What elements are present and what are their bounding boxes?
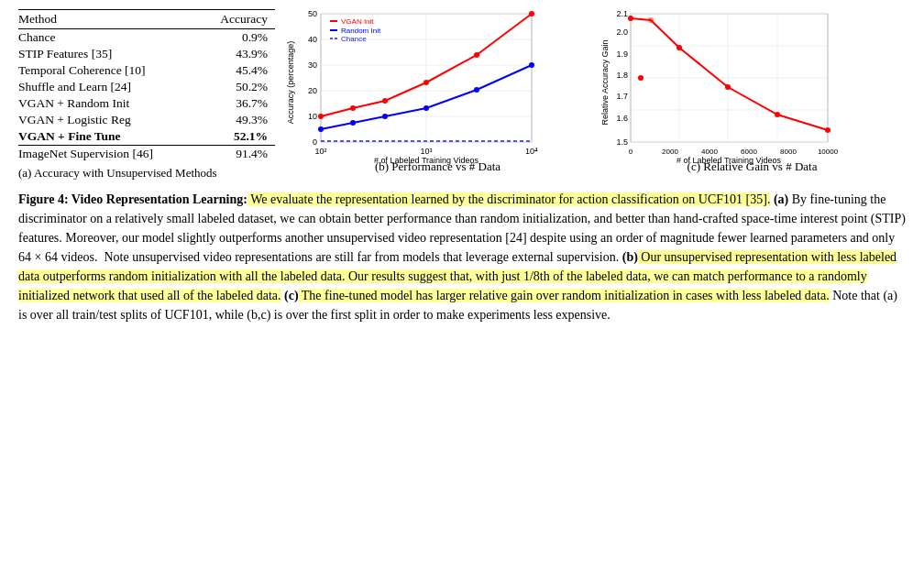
table-row: Temporal Coherence [10] 45.4% — [18, 62, 275, 79]
chart-b-container: 0 10 20 30 40 50 Accuracy (percentage) 1… — [284, 9, 591, 181]
table-row-last: ImageNet Supervision [46] 91.4% — [18, 146, 275, 163]
svg-point-30 — [382, 114, 388, 119]
svg-text:Relative Accuracy Gain: Relative Accuracy Gain — [600, 39, 610, 125]
method-cell: VGAN + Fine Tune — [18, 128, 204, 146]
chart-c-container: 1.5 1.6 1.7 1.8 1.9 2.0 2.1 Relative Acc… — [599, 9, 906, 181]
accuracy-table: Method Accuracy Chance 0.9% STIP Feature… — [18, 9, 275, 162]
svg-text:50: 50 — [308, 9, 317, 18]
svg-point-25 — [424, 80, 429, 85]
figure-label: Figure 4: — [18, 192, 72, 206]
svg-text:10²: 10² — [314, 147, 326, 156]
svg-text:0: 0 — [313, 137, 317, 147]
svg-point-33 — [529, 62, 534, 68]
table-row-bold: VGAN + Fine Tune 52.1% — [18, 128, 275, 146]
svg-point-70 — [725, 84, 731, 90]
method-cell: VGAN + Random Init — [18, 95, 204, 112]
svg-text:10: 10 — [308, 112, 317, 121]
accuracy-cell: 50.2% — [204, 79, 275, 95]
table-row: VGAN + Random Init 36.7% — [18, 95, 275, 112]
svg-text:1.5: 1.5 — [616, 137, 628, 147]
table-row: VGAN + Logistic Reg 49.3% — [18, 112, 275, 128]
highlighted-c: The fine-tuned model has larger relative… — [299, 289, 830, 302]
accuracy-cell: 0.9% — [204, 29, 275, 47]
method-cell: VGAN + Logistic Reg — [18, 112, 204, 128]
method-cell: Temporal Coherence [10] — [18, 62, 204, 79]
charts-section: 0 10 20 30 40 50 Accuracy (percentage) 1… — [284, 9, 906, 181]
svg-text:8000: 8000 — [780, 148, 797, 156]
svg-text:6000: 6000 — [741, 148, 757, 156]
svg-text:1.9: 1.9 — [616, 49, 628, 59]
svg-text:40: 40 — [308, 35, 317, 44]
svg-point-29 — [350, 120, 356, 126]
method-header: Method — [18, 10, 204, 29]
svg-text:# of Labeled Training Videos: # of Labeled Training Videos — [374, 156, 478, 165]
part-c-label: (c) — [284, 289, 299, 302]
svg-point-23 — [350, 105, 356, 111]
chart-c-box: 1.5 1.6 1.7 1.8 1.9 2.0 2.1 Relative Acc… — [599, 9, 906, 156]
method-cell: ImageNet Supervision [46] — [18, 146, 204, 163]
svg-point-31 — [424, 105, 429, 111]
svg-point-69 — [676, 45, 682, 50]
svg-point-24 — [382, 98, 388, 104]
highlighted-intro: We evaluate the representation learned b… — [248, 192, 771, 206]
svg-point-72 — [825, 127, 830, 133]
svg-text:1.8: 1.8 — [616, 71, 628, 80]
svg-text:1.7: 1.7 — [616, 92, 628, 101]
accuracy-cell: 36.7% — [204, 95, 275, 112]
svg-point-68 — [638, 75, 644, 81]
accuracy-cell: 49.3% — [204, 112, 275, 128]
svg-text:Random Init: Random Init — [341, 27, 381, 35]
svg-text:0: 0 — [629, 148, 633, 156]
svg-text:2000: 2000 — [662, 148, 678, 156]
svg-text:10⁴: 10⁴ — [525, 147, 538, 156]
svg-text:# of Labeled Training Videos: # of Labeled Training Videos — [676, 156, 781, 165]
accuracy-cell: 45.4% — [204, 62, 275, 79]
svg-rect-36 — [330, 29, 337, 31]
svg-text:10000: 10000 — [818, 148, 839, 156]
svg-text:Chance: Chance — [341, 35, 367, 43]
svg-text:30: 30 — [308, 60, 317, 70]
accuracy-cell: 52.1% — [204, 128, 275, 146]
svg-point-27 — [529, 11, 534, 16]
svg-text:1.6: 1.6 — [616, 114, 628, 123]
svg-point-32 — [474, 87, 479, 93]
svg-point-71 — [775, 112, 780, 117]
svg-rect-34 — [330, 20, 337, 22]
accuracy-table-section: Method Accuracy Chance 0.9% STIP Feature… — [18, 9, 275, 181]
svg-text:2.1: 2.1 — [616, 9, 628, 18]
method-cell: STIP Features [35] — [18, 46, 204, 62]
svg-text:10³: 10³ — [420, 147, 432, 156]
accuracy-cell: 43.9% — [204, 46, 275, 62]
figure-title: Video Representation Learning: — [72, 192, 248, 206]
table-caption: (a) Accuracy with Unsupervised Methods — [18, 166, 275, 181]
part-a-label: (a) — [774, 192, 788, 206]
chart-b-svg: 0 10 20 30 40 50 Accuracy (percentage) 1… — [284, 9, 541, 160]
svg-text:VGAN Init: VGAN Init — [341, 17, 374, 26]
svg-point-66 — [628, 16, 633, 21]
method-cell: Chance — [18, 29, 204, 47]
svg-point-28 — [318, 126, 324, 132]
svg-text:2.0: 2.0 — [616, 27, 628, 37]
chart-c-svg: 1.5 1.6 1.7 1.8 1.9 2.0 2.1 Relative Acc… — [599, 9, 837, 160]
chart-b-box: 0 10 20 30 40 50 Accuracy (percentage) 1… — [284, 9, 591, 156]
part-b-label: (b) — [622, 250, 638, 264]
svg-text:Accuracy (percentage): Accuracy (percentage) — [286, 41, 295, 125]
svg-text:20: 20 — [308, 86, 317, 95]
accuracy-cell: 91.4% — [204, 146, 275, 163]
svg-point-67 — [648, 17, 654, 23]
method-cell: Shuffle and Learn [24] — [18, 79, 204, 95]
table-row: STIP Features [35] 43.9% — [18, 46, 275, 62]
svg-text:4000: 4000 — [701, 148, 718, 156]
svg-point-26 — [474, 52, 479, 58]
svg-point-22 — [318, 114, 324, 119]
table-row: Shuffle and Learn [24] 50.2% — [18, 79, 275, 95]
table-row: Chance 0.9% — [18, 29, 275, 47]
accuracy-header: Accuracy — [204, 10, 275, 29]
figure-caption: Figure 4: Video Representation Learning:… — [18, 190, 906, 324]
